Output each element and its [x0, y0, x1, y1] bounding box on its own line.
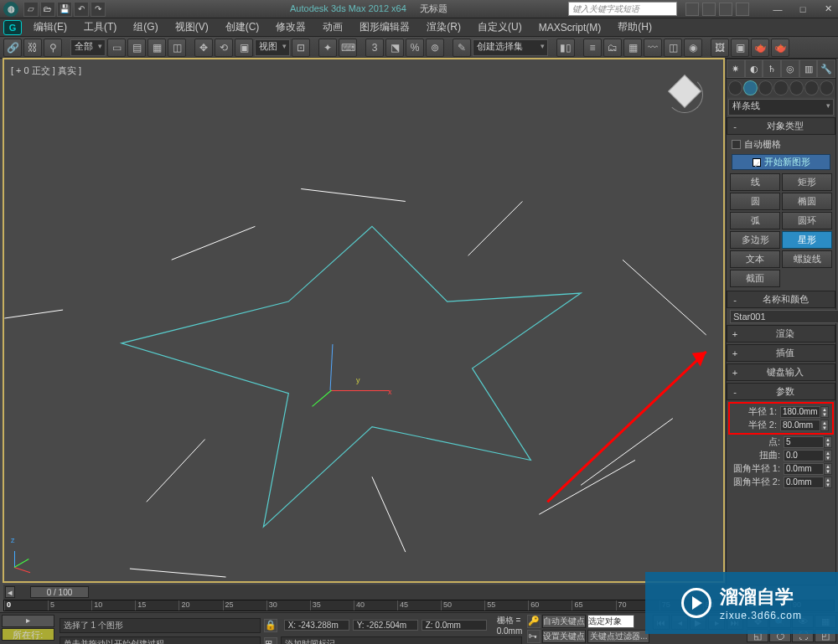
percent-snap-icon[interactable]: %	[406, 39, 424, 57]
tab-utilities-icon[interactable]: 🔧	[817, 59, 835, 78]
tab-hierarchy-icon[interactable]: ♄	[763, 59, 781, 78]
ref-coord-dropdown[interactable]: 视图	[255, 39, 290, 56]
unlink-icon[interactable]: ⛓	[23, 39, 42, 57]
render-prod-icon[interactable]: 🫖	[771, 39, 789, 57]
favorite-icon[interactable]	[719, 3, 732, 16]
menu-help[interactable]: 帮助(H)	[609, 20, 660, 34]
menu-group[interactable]: 组(G)	[125, 20, 166, 34]
fillet1-spinner[interactable]: ▲▼	[824, 463, 832, 475]
curve-editor-icon[interactable]: 〰	[644, 39, 662, 57]
cat-spacewarps-icon[interactable]	[804, 80, 819, 95]
qat-redo-icon[interactable]: ↷	[91, 2, 106, 17]
time-slider-handle[interactable]: 0 / 100	[30, 586, 89, 598]
shape-text[interactable]: 文本	[730, 250, 780, 268]
menu-view[interactable]: 视图(V)	[167, 20, 217, 34]
key-filters-button[interactable]: 关键点过滤器...	[587, 630, 649, 643]
scale-icon[interactable]: ▣	[235, 39, 253, 57]
shape-rectangle[interactable]: 矩形	[782, 173, 832, 191]
angle-snap-icon[interactable]: ⬔	[385, 39, 404, 57]
shape-line[interactable]: 线	[730, 173, 780, 191]
autokey-button[interactable]: 自动关键点	[542, 615, 586, 628]
window-crossing-icon[interactable]: ◫	[168, 39, 186, 57]
menu-modifiers[interactable]: 修改器	[267, 20, 314, 34]
radius1-input[interactable]	[780, 406, 820, 418]
menu-grapheditors[interactable]: 图形编辑器	[351, 20, 418, 34]
close-button[interactable]: ✕	[821, 3, 835, 16]
cat-lights-icon[interactable]	[758, 80, 773, 95]
setkey-button[interactable]: 设置关键点	[542, 630, 586, 643]
cat-cameras-icon[interactable]	[773, 80, 788, 95]
viewcube[interactable]	[665, 75, 705, 115]
rollout-interpolation[interactable]: +插值	[727, 344, 835, 362]
cat-shapes-icon[interactable]	[743, 80, 758, 95]
viewport-label[interactable]: [ + 0 正交 ] 真实 ]	[11, 64, 81, 77]
cat-helpers-icon[interactable]	[789, 80, 804, 95]
snap-toggle-icon[interactable]: 3	[365, 39, 384, 57]
cat-systems-icon[interactable]	[820, 80, 834, 95]
select-name-icon[interactable]: ▤	[127, 39, 146, 57]
graphite-icon[interactable]: ▦	[623, 39, 642, 57]
qat-new-icon[interactable]: ▱	[23, 2, 39, 17]
material-editor-icon[interactable]: ◉	[684, 39, 702, 57]
rollout-name-color[interactable]: -名称和颜色	[727, 291, 835, 308]
select-object-icon[interactable]: ▭	[107, 39, 126, 57]
tab-display-icon[interactable]: ▥	[799, 59, 818, 78]
shape-arc[interactable]: 弧	[730, 212, 780, 229]
menu-maxscript[interactable]: MAXScript(M)	[530, 22, 610, 33]
autogrid-checkbox[interactable]: 自动栅格	[727, 137, 835, 152]
menu-tools[interactable]: 工具(T)	[75, 20, 125, 34]
isolate-icon[interactable]: ⊞	[264, 637, 277, 644]
qat-save-icon[interactable]: 💾	[57, 2, 72, 17]
object-name-input[interactable]	[730, 310, 838, 323]
key-sel-input[interactable]: 选定对象	[587, 615, 634, 628]
tab-motion-icon[interactable]: ◎	[781, 59, 799, 78]
layer-icon[interactable]: 🗂	[603, 39, 622, 57]
macro-recorder[interactable]: 所在行:	[2, 628, 54, 641]
maximize-button[interactable]: □	[796, 3, 810, 16]
bind-icon[interactable]: ⚲	[44, 39, 62, 57]
timeline-prev-icon[interactable]: ◂	[5, 586, 15, 598]
coord-z[interactable]: Z: 0.0mm	[422, 620, 487, 631]
fillet1-input[interactable]	[784, 463, 824, 475]
tab-create-icon[interactable]: ✷	[727, 59, 745, 78]
lock-selection-icon[interactable]: 🔒	[264, 619, 277, 632]
viewport-perspective[interactable]: [ + 0 正交 ] 真实 ] x y z	[3, 59, 724, 582]
setkey-icon[interactable]: 🗝	[527, 630, 541, 643]
shape-category-dropdown[interactable]: 样条线	[728, 99, 834, 116]
help-icon[interactable]	[736, 3, 749, 16]
menu-customize[interactable]: 自定义(U)	[469, 20, 530, 34]
tab-modify-icon[interactable]: ◐	[745, 59, 763, 78]
menu-animation[interactable]: 动画	[314, 20, 351, 34]
radius1-spinner[interactable]: ▲▼	[820, 406, 829, 418]
radius2-input[interactable]	[780, 420, 820, 431]
shape-ellipse[interactable]: 椭圆	[782, 193, 832, 210]
comm-icon[interactable]	[702, 3, 716, 16]
qat-open-icon[interactable]: 🗁	[40, 2, 55, 17]
time-slider[interactable]: ◂ 0 / 100	[3, 585, 726, 600]
mirror-icon[interactable]: ▮▯	[556, 39, 575, 57]
menu-create[interactable]: 创建(C)	[217, 20, 268, 34]
rollout-keyboard[interactable]: +键盘输入	[727, 363, 835, 381]
rotate-icon[interactable]: ⟲	[215, 39, 233, 57]
shape-circle[interactable]: 圆	[730, 193, 780, 210]
move-icon[interactable]: ✥	[194, 39, 213, 57]
render-setup-icon[interactable]: 🖼	[711, 39, 729, 57]
fillet2-input[interactable]	[784, 477, 824, 488]
transform-gizmo[interactable]: x y	[331, 344, 398, 403]
menu-rendering[interactable]: 渲染(R)	[418, 20, 469, 34]
shape-star[interactable]: 星形	[782, 231, 832, 249]
twist-spinner[interactable]: ▲▼	[824, 450, 832, 461]
edit-named-sel-icon[interactable]: ✎	[453, 39, 471, 57]
spinner-snap-icon[interactable]: ⊚	[426, 39, 444, 57]
link-icon[interactable]: 🔗	[3, 39, 22, 57]
minimize-button[interactable]: —	[771, 3, 784, 16]
select-region-icon[interactable]: ▦	[147, 39, 166, 57]
align-icon[interactable]: ≡	[583, 39, 602, 57]
coord-x[interactable]: X: -243.288m	[284, 620, 349, 631]
cat-geometry-icon[interactable]	[728, 80, 742, 95]
script-mini-listener[interactable]: ▸	[2, 615, 54, 627]
named-selection-dropdown[interactable]: 创建选择集	[473, 39, 548, 56]
help-search-input[interactable]: 键入关键字或短语	[568, 2, 677, 16]
search-icon[interactable]	[685, 3, 699, 16]
rollout-parameters[interactable]: -参数	[727, 383, 835, 400]
